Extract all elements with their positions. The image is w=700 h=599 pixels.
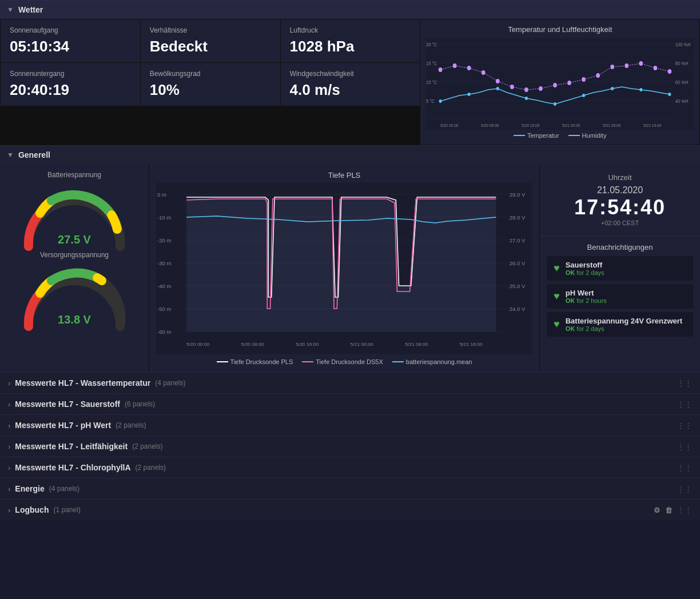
- row-icons-sauerstoff: ⋮⋮: [677, 400, 692, 409]
- row-icons-logbuch[interactable]: ⚙ 🗑 ⋮⋮: [654, 506, 692, 514]
- svg-text:-50 m: -50 m: [157, 306, 172, 312]
- wetter-card-verhaeltnisse: Verhältnisse Bedeckt: [141, 19, 280, 62]
- svg-text:5/21 08:00: 5/21 08:00: [603, 122, 621, 128]
- row-chlorophyll[interactable]: › Messwerte HL7 - ChlorophyllA (2 panels…: [0, 457, 700, 478]
- heart-icon-sauerstoff: ♥: [554, 262, 560, 274]
- row-icons-chlorophyll: ⋮⋮: [677, 464, 692, 472]
- value-wind: 4.0 m/s: [290, 81, 411, 99]
- chevron-energie: ›: [8, 485, 10, 493]
- svg-text:80 %H: 80 %H: [675, 60, 689, 66]
- svg-text:5/21 00:00: 5/21 00:00: [351, 342, 373, 347]
- generell-header[interactable]: ▼ Generell: [0, 145, 700, 164]
- row-title-logbuch: Logbuch: [15, 505, 49, 514]
- wetter-header[interactable]: ▼ Wetter: [0, 0, 700, 19]
- drag-icon-ph: ⋮⋮: [677, 421, 692, 430]
- row-title-sauerstoff: Messwerte HL7 - Sauerstoff: [15, 400, 120, 409]
- chevron-logbuch: ›: [8, 506, 10, 514]
- svg-text:27.5 V: 27.5 V: [58, 233, 91, 246]
- legend-temp: Temperatur: [514, 132, 559, 139]
- legend-humidity: Humidity: [568, 132, 607, 139]
- svg-point-20: [439, 99, 442, 103]
- right-panel: Uhrzeit 21.05.2020 17:54:40 +02:00 CEST …: [540, 164, 700, 372]
- row-count-leitfaehigkeit: (2 panels): [132, 442, 162, 450]
- tiefe-legend: Tiefe Drucksonde PLS Tiefe Drucksonde DS…: [156, 358, 532, 365]
- chevron-chlorophyll: ›: [8, 464, 10, 472]
- benach-status-sauerstoff: OK for 2 days: [566, 269, 604, 276]
- generell-title: Generell: [18, 150, 50, 159]
- batterie-gauge-label: Batteriespannung: [47, 171, 101, 179]
- gear-icon-logbuch[interactable]: ⚙: [654, 506, 661, 514]
- chevron-wassertemperatur: ›: [8, 379, 10, 388]
- svg-point-21: [468, 93, 471, 96]
- svg-text:26.0 V: 26.0 V: [510, 261, 526, 266]
- row-count-ph: (2 panels): [116, 421, 146, 429]
- temp-chart-legend: Temperatur Humidity: [426, 132, 694, 139]
- svg-text:5/20 08:00: 5/20 08:00: [481, 122, 499, 128]
- svg-point-44: [654, 66, 658, 70]
- row-icons-energie: ⋮⋮: [677, 485, 692, 493]
- label-wind: Windgeschwindigkeit: [290, 70, 411, 78]
- row-count-energie: (4 panels): [49, 485, 79, 493]
- collapsible-rows: › Messwerte HL7 - Wassertemperatur (4 pa…: [0, 372, 700, 520]
- svg-text:5/20 16:00: 5/20 16:00: [522, 122, 540, 128]
- drag-icon-chlorophyll: ⋮⋮: [677, 464, 692, 472]
- svg-text:25.0 V: 25.0 V: [510, 283, 526, 289]
- tiefe-chart: 0 m -10 m -20 m -30 m -40 m -50 m -60 m …: [156, 183, 532, 354]
- svg-text:60 %H: 60 %H: [675, 79, 689, 85]
- temp-chart-title: Temperatur und Luftfeuchtigkeit: [426, 25, 694, 34]
- svg-text:5/20 00:00: 5/20 00:00: [186, 342, 209, 347]
- svg-text:5/21 00:00: 5/21 00:00: [562, 122, 580, 128]
- svg-rect-0: [426, 38, 694, 130]
- wetter-card-wind: Windgeschwindigkeit 4.0 m/s: [281, 63, 420, 106]
- svg-text:5/20 16:00: 5/20 16:00: [296, 342, 319, 347]
- svg-text:0 m: 0 m: [157, 192, 166, 198]
- benach-status-batterie: OK for 2 days: [566, 325, 682, 332]
- wetter-title: Wetter: [18, 5, 43, 14]
- svg-point-39: [582, 77, 586, 82]
- tiefe-chart-title: Tiefe PLS: [156, 171, 532, 179]
- svg-text:-20 m: -20 m: [157, 238, 172, 243]
- benach-name-ph: pH Wert: [566, 289, 607, 297]
- row-energie[interactable]: › Energie (4 panels) ⋮⋮: [0, 478, 700, 499]
- row-title-energie: Energie: [15, 484, 44, 493]
- chevron-sauerstoff: ›: [8, 400, 10, 409]
- row-wassertemperatur[interactable]: › Messwerte HL7 - Wassertemperatur (4 pa…: [0, 372, 700, 393]
- svg-text:100 %H: 100 %H: [675, 41, 691, 47]
- uhrzeit-date: 21.05.2020: [549, 185, 691, 195]
- batterie-gauge: 27.5 V: [17, 183, 132, 246]
- label-verhaeltnisse: Verhältnisse: [150, 26, 271, 34]
- legend-pls: Tiefe Drucksonde PLS: [217, 358, 293, 365]
- row-logbuch[interactable]: › Logbuch (1 panel) ⚙ 🗑 ⋮⋮: [0, 499, 700, 520]
- temp-humidity-chart: 20 °C 15 °C 10 °C 5 °C 100 %H 80 %H 60 %…: [426, 38, 694, 130]
- drag-icon-leitfaehigkeit: ⋮⋮: [677, 442, 692, 451]
- uhrzeit-time: 17:54:40: [549, 195, 691, 219]
- value-verhaeltnisse: Bedeckt: [150, 38, 271, 55]
- row-title-ph: Messwerte HL7 - pH Wert: [15, 421, 111, 430]
- wetter-card-sonnenaufgang: Sonnenaufgang 05:10:34: [1, 19, 140, 62]
- benach-ph: ♥ pH Wert OK for 2 hours: [547, 284, 693, 309]
- svg-text:29.0 V: 29.0 V: [510, 192, 526, 198]
- value-sonnenaufgang: 05:10:34: [10, 38, 131, 55]
- row-icons-leitfaehigkeit: ⋮⋮: [677, 442, 692, 451]
- row-icons-ph: ⋮⋮: [677, 421, 692, 430]
- uhrzeit-block: Uhrzeit 21.05.2020 17:54:40 +02:00 CEST: [540, 164, 700, 236]
- trash-icon-logbuch[interactable]: 🗑: [665, 506, 673, 514]
- svg-text:5/20 00:00: 5/20 00:00: [440, 122, 459, 128]
- svg-text:27.0 V: 27.0 V: [510, 238, 526, 243]
- heart-icon-ph: ♥: [554, 290, 560, 302]
- svg-text:10 °C: 10 °C: [426, 79, 437, 85]
- svg-text:-60 m: -60 m: [157, 329, 172, 335]
- label-luftdruck: Luftdruck: [290, 26, 411, 34]
- svg-text:13.8 V: 13.8 V: [58, 313, 91, 326]
- svg-point-28: [669, 93, 671, 96]
- svg-text:5/21 16:00: 5/21 16:00: [460, 342, 483, 347]
- svg-text:15 °C: 15 °C: [426, 60, 437, 66]
- benach-sauerstoff: ♥ Sauerstoff OK for 2 days: [547, 256, 693, 281]
- row-leitfaehigkeit[interactable]: › Messwerte HL7 - Leitfähigkeit (2 panel…: [0, 436, 700, 457]
- benach-name-batterie: Batteriespannung 24V Grenzwert: [566, 317, 682, 325]
- row-ph[interactable]: › Messwerte HL7 - pH Wert (2 panels) ⋮⋮: [0, 414, 700, 436]
- svg-text:5 °C: 5 °C: [426, 98, 435, 104]
- wetter-card-sonnenuntergang: Sonnenuntergang 20:40:19: [1, 63, 140, 106]
- svg-text:5/21 16:00: 5/21 16:00: [643, 122, 662, 128]
- row-sauerstoff[interactable]: › Messwerte HL7 - Sauerstoff (6 panels) …: [0, 393, 700, 414]
